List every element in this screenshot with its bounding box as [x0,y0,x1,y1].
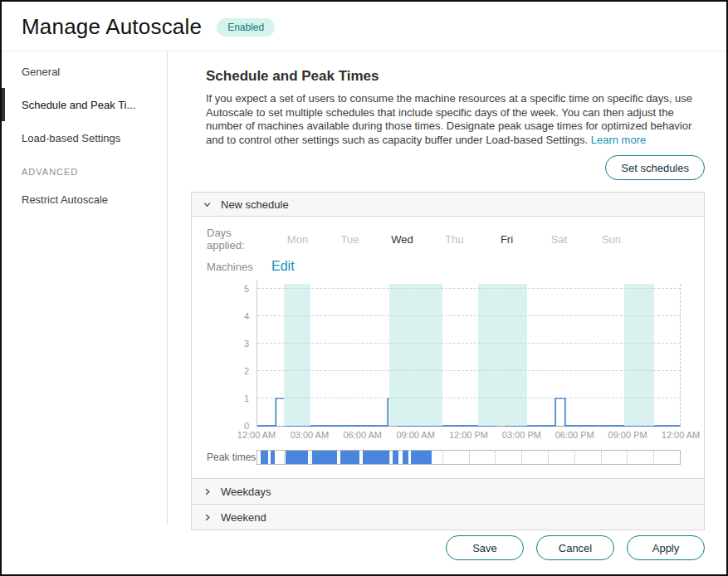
sidebar-item-restrict-autoscale[interactable]: Restrict Autoscale [2,183,167,216]
y-tick-label: 2 [244,366,249,376]
schedule-chart-plot: 012345 [257,281,681,427]
peak-segment [403,451,408,464]
y-tick-label: 5 [244,284,249,294]
peak-bar-tick [310,451,311,464]
status-badge: Enabled [217,18,275,37]
sidebar-item-general[interactable]: General [2,55,167,88]
apply-button[interactable]: Apply [627,535,705,560]
day-fri: Fri [481,233,533,246]
day-tue: Tue [324,233,376,246]
grid-line [257,343,681,344]
peak-band [478,284,528,426]
grid-line [257,315,681,316]
schedules-accordion: New schedule Days applied: MonTueWedThuF… [191,192,705,530]
peak-bar-tick [389,451,390,464]
x-tick-label: 03:00 AM [291,430,329,440]
peak-band [624,284,654,426]
peak-segment [261,451,267,464]
peak-bar-tick [284,451,285,464]
day-thu: Thu [428,233,481,246]
page-title: Manage Autoscale [22,14,202,40]
peak-bar-tick [469,451,470,464]
save-button[interactable]: Save [446,535,524,560]
days-applied-label: Days applied: [207,227,271,251]
days-applied-list: MonTueWedThuFriSatSun [271,233,638,246]
new-schedule-header[interactable]: New schedule [192,193,704,217]
peak-bar-tick [653,451,654,464]
peak-times-label: Peak times [207,452,257,463]
sidebar-item-schedule-and-peak-times[interactable]: Schedule and Peak Ti... [2,88,167,121]
chevron-right-icon [203,487,212,496]
peak-segment [363,451,389,464]
peak-times-row: Peak times [207,450,681,465]
machines-row: Machines Edit [207,259,689,274]
peak-bar-tick [442,451,443,464]
x-tick-label: 12:00 PM [449,430,488,440]
main-panel: Schedule and Peak Times If you expect a … [168,51,726,525]
weekdays-label: Weekdays [221,486,271,498]
day-sat: Sat [533,233,585,246]
chevron-right-icon [203,513,212,522]
sidebar-item-load-based-settings[interactable]: Load-based Settings [2,121,167,154]
edit-machines-link[interactable]: Edit [271,259,295,274]
peak-segment [286,451,309,464]
grid-line [257,370,681,371]
grid-line [257,398,681,398]
peak-band [389,284,442,426]
learn-more-link[interactable]: Learn more [591,134,646,146]
section-title: Schedule and Peak Times [206,68,705,85]
peak-segment [411,451,432,464]
y-tick-label: 3 [244,339,249,349]
machines-step-line [257,289,681,426]
peak-bar-tick [548,451,549,464]
peak-bar-tick [574,451,575,464]
set-schedules-button[interactable]: Set schedules [605,155,705,180]
weekdays-section-header[interactable]: Weekdays [192,478,704,504]
cancel-button[interactable]: Cancel [536,535,614,560]
footer: Save Cancel Apply [2,525,726,574]
section-description: If you expect a set of users to consume … [206,92,705,147]
weekend-label: Weekend [221,511,266,524]
peak-segment [340,451,359,464]
x-tick-label: 09:00 AM [396,430,434,440]
peak-times-bar [257,450,681,465]
chevron-down-icon [203,200,212,209]
x-tick-label: 09:00 PM [608,430,647,440]
grid-line [257,288,681,289]
chart-right-edge [680,284,681,426]
day-sun: Sun [585,233,638,246]
x-tick-label: 06:00 AM [344,430,382,440]
peak-segment [271,451,275,464]
day-wed: Wed [376,233,428,246]
machines-label: Machines [207,261,271,273]
sidebar: General Schedule and Peak Ti... Load-bas… [2,51,168,525]
days-applied-row: Days applied: MonTueWedThuFriSatSun [207,227,689,251]
chart-x-labels: 12:00 AM03:00 AM06:00 AM09:00 AM12:00 PM… [257,430,681,442]
manage-autoscale-window: Manage Autoscale Enabled General Schedul… [0,0,728,576]
sidebar-section-advanced: ADVANCED [2,154,167,183]
x-tick-label: 06:00 PM [555,430,594,440]
day-mon: Mon [271,233,324,246]
header: Manage Autoscale Enabled [2,2,726,51]
peak-bar-tick [601,451,602,464]
y-tick-label: 4 [244,311,249,321]
x-tick-label: 12:00 AM [662,430,700,440]
peak-bar-tick [521,451,522,464]
peak-segment [393,451,398,464]
y-tick-label: 1 [244,393,249,403]
new-schedule-label: New schedule [221,198,289,211]
peak-segment [312,451,338,464]
new-schedule-content: Days applied: MonTueWedThuFriSatSun Mach… [192,217,704,478]
peak-bar-tick [627,451,628,464]
peak-bar-tick [495,451,496,464]
peak-band [284,284,310,426]
x-tick-label: 12:00 AM [237,430,276,440]
x-tick-label: 03:00 PM [502,430,541,440]
